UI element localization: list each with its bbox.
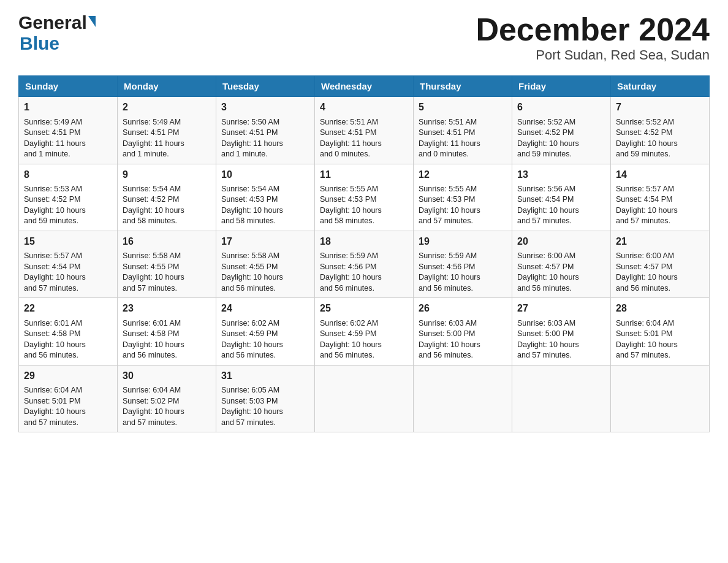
day-number: 25 [320, 302, 408, 315]
day-info: Sunrise: 5:57 AM Sunset: 4:54 PM Dayligh… [616, 184, 704, 227]
day-info: Sunrise: 6:01 AM Sunset: 4:58 PM Dayligh… [24, 318, 112, 361]
day-info: Sunrise: 5:50 AM Sunset: 4:51 PM Dayligh… [221, 117, 309, 160]
calendar-cell: 23Sunrise: 6:01 AM Sunset: 4:58 PM Dayli… [118, 298, 216, 365]
day-number: 10 [221, 168, 309, 182]
calendar-cell: 11Sunrise: 5:55 AM Sunset: 4:53 PM Dayli… [315, 164, 414, 231]
day-info: Sunrise: 5:58 AM Sunset: 4:55 PM Dayligh… [123, 251, 211, 294]
day-info: Sunrise: 5:51 AM Sunset: 4:51 PM Dayligh… [320, 117, 408, 160]
weekday-header-friday: Friday [512, 76, 611, 97]
day-info: Sunrise: 6:03 AM Sunset: 5:00 PM Dayligh… [419, 318, 507, 361]
day-info: Sunrise: 6:01 AM Sunset: 4:58 PM Dayligh… [123, 318, 211, 361]
day-number: 4 [320, 101, 408, 114]
logo: General Blue [18, 12, 96, 54]
calendar-cell: 15Sunrise: 5:57 AM Sunset: 4:54 PM Dayli… [19, 231, 118, 297]
day-number: 6 [517, 101, 605, 114]
calendar-cell: 24Sunrise: 6:02 AM Sunset: 4:59 PM Dayli… [216, 298, 315, 365]
calendar-cell [512, 365, 611, 432]
weekday-header-tuesday: Tuesday [216, 76, 315, 97]
calendar-cell: 1Sunrise: 5:49 AM Sunset: 4:51 PM Daylig… [19, 97, 118, 164]
calendar-cell: 25Sunrise: 6:02 AM Sunset: 4:59 PM Dayli… [315, 298, 414, 365]
day-number: 29 [24, 369, 112, 383]
calendar-cell: 17Sunrise: 5:58 AM Sunset: 4:55 PM Dayli… [216, 231, 315, 297]
calendar-cell: 8Sunrise: 5:53 AM Sunset: 4:52 PM Daylig… [19, 164, 118, 231]
day-number: 3 [221, 101, 309, 114]
day-number: 23 [123, 302, 211, 315]
day-number: 31 [221, 369, 309, 383]
day-info: Sunrise: 5:55 AM Sunset: 4:53 PM Dayligh… [419, 184, 507, 227]
calendar-table: SundayMondayTuesdayWednesdayThursdayFrid… [18, 75, 710, 432]
weekday-header-thursday: Thursday [414, 76, 512, 97]
logo-general-text: General [18, 12, 87, 33]
day-number: 2 [123, 101, 211, 114]
calendar-cell: 30Sunrise: 6:04 AM Sunset: 5:02 PM Dayli… [118, 365, 216, 432]
calendar-cell: 29Sunrise: 6:04 AM Sunset: 5:01 PM Dayli… [19, 365, 118, 432]
day-number: 27 [517, 302, 605, 315]
calendar-week-row: 1Sunrise: 5:49 AM Sunset: 4:51 PM Daylig… [19, 97, 710, 164]
calendar-week-row: 8Sunrise: 5:53 AM Sunset: 4:52 PM Daylig… [19, 164, 710, 231]
calendar-cell: 27Sunrise: 6:03 AM Sunset: 5:00 PM Dayli… [512, 298, 611, 365]
weekday-header-wednesday: Wednesday [315, 76, 414, 97]
calendar-cell: 10Sunrise: 5:54 AM Sunset: 4:53 PM Dayli… [216, 164, 315, 231]
day-number: 28 [616, 302, 704, 315]
day-number: 7 [616, 101, 704, 114]
calendar-cell: 22Sunrise: 6:01 AM Sunset: 4:58 PM Dayli… [19, 298, 118, 365]
day-number: 8 [24, 168, 112, 182]
day-info: Sunrise: 6:04 AM Sunset: 5:01 PM Dayligh… [24, 385, 112, 428]
day-number: 22 [24, 302, 112, 315]
calendar-cell: 3Sunrise: 5:50 AM Sunset: 4:51 PM Daylig… [216, 97, 315, 164]
calendar-cell: 21Sunrise: 6:00 AM Sunset: 4:57 PM Dayli… [611, 231, 710, 297]
calendar-week-row: 15Sunrise: 5:57 AM Sunset: 4:54 PM Dayli… [19, 231, 710, 297]
day-info: Sunrise: 6:00 AM Sunset: 4:57 PM Dayligh… [517, 251, 605, 294]
day-info: Sunrise: 5:54 AM Sunset: 4:52 PM Dayligh… [123, 184, 211, 227]
day-number: 16 [123, 235, 211, 248]
calendar-cell: 14Sunrise: 5:57 AM Sunset: 4:54 PM Dayli… [611, 164, 710, 231]
calendar-cell: 26Sunrise: 6:03 AM Sunset: 5:00 PM Dayli… [414, 298, 512, 365]
calendar-cell: 18Sunrise: 5:59 AM Sunset: 4:56 PM Dayli… [315, 231, 414, 297]
calendar-title: December 2024 [476, 12, 710, 47]
day-number: 17 [221, 235, 309, 248]
day-info: Sunrise: 5:56 AM Sunset: 4:54 PM Dayligh… [517, 184, 605, 227]
day-info: Sunrise: 6:05 AM Sunset: 5:03 PM Dayligh… [221, 385, 309, 428]
calendar-cell: 13Sunrise: 5:56 AM Sunset: 4:54 PM Dayli… [512, 164, 611, 231]
calendar-cell: 28Sunrise: 6:04 AM Sunset: 5:01 PM Dayli… [611, 298, 710, 365]
day-info: Sunrise: 5:52 AM Sunset: 4:52 PM Dayligh… [616, 117, 704, 160]
calendar-cell: 31Sunrise: 6:05 AM Sunset: 5:03 PM Dayli… [216, 365, 315, 432]
day-number: 30 [123, 369, 211, 383]
weekday-header-row: SundayMondayTuesdayWednesdayThursdayFrid… [19, 76, 710, 97]
day-info: Sunrise: 5:49 AM Sunset: 4:51 PM Dayligh… [24, 117, 112, 160]
day-info: Sunrise: 6:02 AM Sunset: 4:59 PM Dayligh… [221, 318, 309, 361]
calendar-cell: 9Sunrise: 5:54 AM Sunset: 4:52 PM Daylig… [118, 164, 216, 231]
calendar-cell [414, 365, 512, 432]
calendar-cell: 19Sunrise: 5:59 AM Sunset: 4:56 PM Dayli… [414, 231, 512, 297]
day-number: 1 [24, 101, 112, 114]
calendar-subtitle: Port Sudan, Red Sea, Sudan [476, 47, 710, 63]
day-info: Sunrise: 5:53 AM Sunset: 4:52 PM Dayligh… [24, 184, 112, 227]
weekday-header-sunday: Sunday [19, 76, 118, 97]
day-number: 15 [24, 235, 112, 248]
page-header: General Blue December 2024 Port Sudan, R… [18, 12, 710, 63]
day-info: Sunrise: 5:51 AM Sunset: 4:51 PM Dayligh… [419, 117, 507, 160]
calendar-cell: 6Sunrise: 5:52 AM Sunset: 4:52 PM Daylig… [512, 97, 611, 164]
day-info: Sunrise: 5:57 AM Sunset: 4:54 PM Dayligh… [24, 251, 112, 294]
day-info: Sunrise: 5:55 AM Sunset: 4:53 PM Dayligh… [320, 184, 408, 227]
calendar-cell: 7Sunrise: 5:52 AM Sunset: 4:52 PM Daylig… [611, 97, 710, 164]
day-number: 18 [320, 235, 408, 248]
day-info: Sunrise: 5:54 AM Sunset: 4:53 PM Dayligh… [221, 184, 309, 227]
day-number: 13 [517, 168, 605, 182]
day-number: 19 [419, 235, 507, 248]
calendar-cell: 12Sunrise: 5:55 AM Sunset: 4:53 PM Dayli… [414, 164, 512, 231]
day-info: Sunrise: 5:52 AM Sunset: 4:52 PM Dayligh… [517, 117, 605, 160]
calendar-cell: 5Sunrise: 5:51 AM Sunset: 4:51 PM Daylig… [414, 97, 512, 164]
calendar-cell [315, 365, 414, 432]
day-number: 14 [616, 168, 704, 182]
day-info: Sunrise: 6:04 AM Sunset: 5:02 PM Dayligh… [123, 385, 211, 428]
day-info: Sunrise: 6:03 AM Sunset: 5:00 PM Dayligh… [517, 318, 605, 361]
calendar-cell: 2Sunrise: 5:49 AM Sunset: 4:51 PM Daylig… [118, 97, 216, 164]
day-info: Sunrise: 6:02 AM Sunset: 4:59 PM Dayligh… [320, 318, 408, 361]
weekday-header-saturday: Saturday [611, 76, 710, 97]
day-number: 11 [320, 168, 408, 182]
day-info: Sunrise: 5:49 AM Sunset: 4:51 PM Dayligh… [123, 117, 211, 160]
day-info: Sunrise: 6:04 AM Sunset: 5:01 PM Dayligh… [616, 318, 704, 361]
calendar-cell: 4Sunrise: 5:51 AM Sunset: 4:51 PM Daylig… [315, 97, 414, 164]
day-number: 20 [517, 235, 605, 248]
